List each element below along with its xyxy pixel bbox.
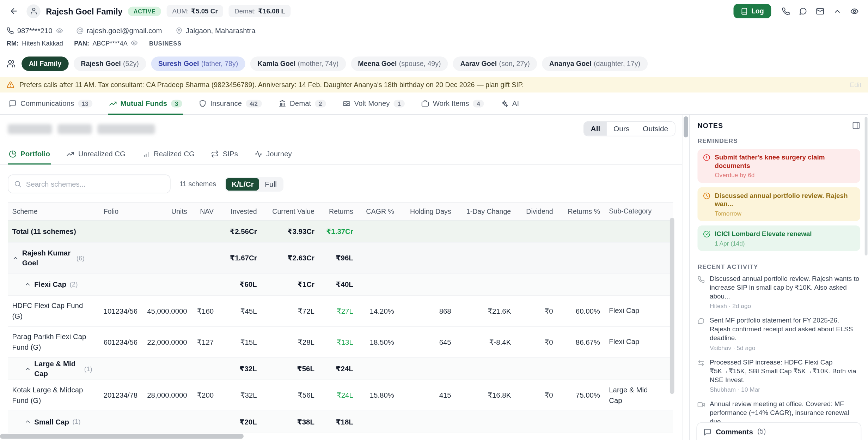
filter-ours[interactable]: Ours: [607, 122, 636, 135]
tab-communications[interactable]: Communications 13: [8, 92, 93, 115]
chat-button[interactable]: [795, 4, 810, 18]
search-input[interactable]: [26, 180, 165, 188]
tab-badge: 2: [315, 100, 326, 107]
trending-up-icon: [67, 150, 74, 158]
tab-volt-money[interactable]: Volt Money 1: [341, 92, 405, 115]
reveal-phone-eye-icon[interactable]: [56, 27, 63, 34]
tab-mutual-funds[interactable]: Mutual Funds 3: [108, 92, 183, 115]
aum-pill: AUM: ₹5.05 Cr: [167, 5, 224, 17]
toggle-full[interactable]: Full: [259, 177, 282, 190]
edit-banner-link[interactable]: Edit: [850, 81, 861, 89]
rm-label: RM:: [7, 40, 19, 46]
tab-demat[interactable]: Demat 2: [277, 92, 327, 115]
tab-badge: 1: [393, 100, 404, 107]
table-horizontal-scrollbar[interactable]: [0, 434, 244, 439]
users-icon: [7, 59, 16, 68]
scheme-search[interactable]: [8, 175, 171, 193]
tab-work-items[interactable]: Work Items 4: [420, 92, 485, 115]
collapse-chevron-up-icon[interactable]: [24, 418, 31, 425]
family-chip-all[interactable]: All Family: [22, 56, 69, 71]
rm-name: Hitesh Kakkad: [22, 40, 63, 46]
collapse-chevron-up-icon[interactable]: [24, 281, 31, 288]
fund-row-hdfc-flexi-cap[interactable]: HDFC Flexi Cap Fund (G) 101234/56 45,000…: [8, 296, 673, 327]
col-returns: Returns: [319, 207, 357, 215]
map-pin-icon: [175, 27, 182, 34]
activity-item[interactable]: Processed SIP increase: HDFC Flexi Cap ₹…: [697, 358, 860, 393]
subgroup-row-small-cap[interactable]: Small Cap (1) ₹20L ₹38L ₹18L: [8, 411, 673, 433]
collapse-chevron-up-icon[interactable]: [12, 255, 19, 261]
reminder-due-tomorrow[interactable]: Discussed annual portfolio review. Rajes…: [697, 187, 860, 221]
notes-panel: NOTES REMINDERS Submit father's knee sur…: [689, 115, 868, 440]
col-units: Units: [141, 207, 191, 215]
subgroup-row-flexi-cap[interactable]: Flexi Cap (2) ₹60L ₹1Cr ₹40L: [8, 274, 673, 296]
reminder-overdue[interactable]: Submit father's knee surgery claim docum…: [697, 149, 860, 183]
warning-triangle-icon: [7, 81, 14, 89]
tab-badge: 4: [473, 100, 484, 107]
tab-badge: 4/2: [246, 100, 262, 107]
collapse-panel-button[interactable]: [852, 121, 861, 130]
comments-section[interactable]: Comments (5): [696, 422, 861, 440]
activity-meta: Vaibhav · 5d ago: [710, 345, 860, 351]
ownership-filter: All Ours Outside: [583, 121, 675, 136]
family-chip-aarav[interactable]: Aarav Goel (son, 27y): [453, 56, 537, 71]
scheme-name: Parag Parikh Flexi Cap Fund (G): [8, 332, 99, 352]
subtab-portfolio[interactable]: Portfolio: [8, 145, 51, 164]
toggle-klcr[interactable]: K/L/Cr: [226, 177, 259, 190]
tab-insurance[interactable]: Insurance 4/2: [197, 92, 263, 115]
mail-icon: [816, 7, 824, 16]
transfer-arrows-icon: [697, 358, 704, 367]
visibility-button[interactable]: [847, 4, 861, 18]
tab-ai[interactable]: AI: [500, 92, 520, 115]
pan-item: PAN: ABCP****4A: [74, 39, 138, 46]
family-chip-rajesh[interactable]: Rajesh Goel (52y): [74, 56, 146, 71]
subtab-sips[interactable]: SIPs: [210, 145, 239, 164]
total-current: ₹3.93Cr: [261, 227, 319, 236]
clock-icon: [703, 192, 710, 199]
family-chip-ananya[interactable]: Ananya Goel (daughter, 17y): [542, 56, 647, 71]
back-button[interactable]: [7, 4, 21, 18]
subtab-realized-cg[interactable]: Realized CG: [141, 145, 196, 164]
filter-outside[interactable]: Outside: [636, 122, 675, 135]
phone-number: 987****210: [17, 26, 53, 35]
table-controls: 11 schemes K/L/Cr Full: [8, 175, 682, 193]
email-address: rajesh.goel@gmail.com: [87, 26, 162, 35]
demat-label: Demat:: [234, 7, 256, 15]
reminder-meta: Tomorrow: [715, 210, 855, 217]
pan-value: ABCP****4A: [92, 40, 127, 46]
total-returns: ₹1.37Cr: [319, 227, 357, 236]
fund-row-kotak-large-midcap[interactable]: Kotak Large & Midcap Fund (G) 201234/78 …: [8, 380, 673, 411]
activity-item[interactable]: Sent MF portfolio statement for FY 2025-…: [697, 317, 860, 351]
subtab-unrealized-cg[interactable]: Unrealized CG: [66, 145, 127, 164]
reveal-pan-eye-icon[interactable]: [131, 39, 138, 46]
subgroup-row-large-mid-cap[interactable]: Large & Mid Cap (1) ₹32L ₹56L ₹24L: [8, 358, 673, 380]
email-button[interactable]: [813, 4, 827, 18]
filter-all[interactable]: All: [584, 122, 607, 135]
call-button[interactable]: [778, 4, 793, 18]
group-row-rajesh-kumar-goel[interactable]: Rajesh Kumar Goel (6) ₹1.67Cr ₹2.63Cr ₹9…: [8, 243, 673, 274]
page-scrollbar-thumb[interactable]: [684, 116, 688, 138]
portfolio-subtabs: Portfolio Unrealized CG Realized CG SIPs…: [0, 145, 682, 164]
user-icon: [30, 7, 37, 15]
log-button[interactable]: Log: [734, 4, 771, 18]
phone-icon: [7, 27, 14, 34]
location-item: Jalgaon, Maharashtra: [175, 26, 255, 35]
chat-bubble-icon: [799, 7, 807, 16]
collapse-header-button[interactable]: [830, 4, 844, 18]
family-chip-suresh[interactable]: Suresh Goel (father, 78y): [151, 56, 245, 71]
notes-scrollbar[interactable]: [865, 117, 868, 255]
family-chip-kamla[interactable]: Kamla Goel (mother, 74y): [250, 56, 346, 71]
fund-row-parag-parikh-flexi-cap[interactable]: Parag Parikh Flexi Cap Fund (G) 601234/5…: [8, 327, 673, 358]
demat-value: ₹16.08 L: [258, 7, 285, 15]
col-folio: Folio: [99, 207, 141, 215]
family-chip-meena[interactable]: Meena Goel (spouse, 49y): [351, 56, 448, 71]
location-text: Jalgaon, Maharashtra: [186, 26, 255, 35]
reminder-upcoming[interactable]: ICICI Lombard Elevate renewal 1 Apr (14d…: [697, 225, 860, 251]
collapse-chevron-up-icon[interactable]: [24, 366, 31, 372]
activity-item[interactable]: Discussed annual portfolio review. Rajes…: [697, 275, 860, 309]
page-scrollbar[interactable]: [682, 115, 689, 440]
col-cagr: CAGR %: [357, 207, 398, 215]
video-camera-icon: [697, 400, 704, 409]
banknote-icon: [342, 100, 350, 107]
table-vertical-scrollbar[interactable]: [670, 218, 674, 394]
subtab-journey[interactable]: Journey: [253, 145, 293, 164]
